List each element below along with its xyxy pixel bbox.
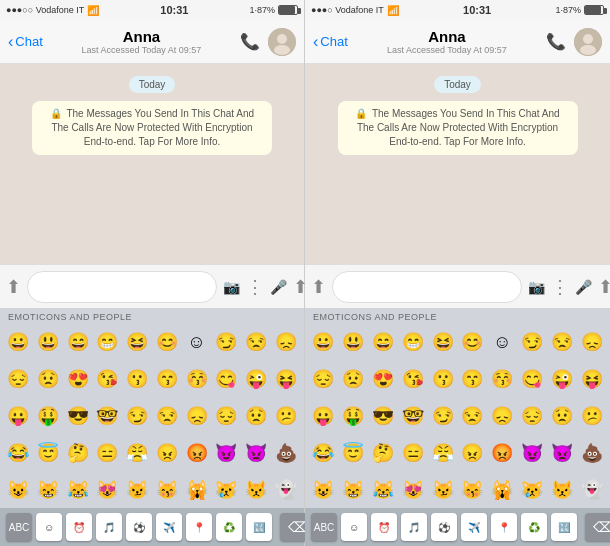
phone-icon-right[interactable]: 📞 — [546, 32, 566, 51]
emoji-right-9[interactable]: 😞 — [577, 324, 606, 360]
kb-clock-right[interactable]: ⏰ — [371, 513, 397, 541]
emoji-left-42[interactable]: 😹 — [63, 472, 92, 508]
emoji-left-27[interactable]: 😔 — [212, 398, 241, 434]
emoji-left-15[interactable]: 😙 — [153, 361, 182, 397]
emoji-right-24[interactable]: 😏 — [428, 398, 457, 434]
emoji-left-3[interactable]: 😁 — [93, 324, 122, 360]
emoji-right-32[interactable]: 🤔 — [369, 435, 398, 471]
emoji-right-31[interactable]: 😇 — [339, 435, 368, 471]
kb-emoji-left[interactable]: ☺ — [36, 513, 62, 541]
message-input-left[interactable] — [27, 271, 217, 303]
emoji-right-37[interactable]: 😈 — [518, 435, 547, 471]
emoji-right-42[interactable]: 😹 — [369, 472, 398, 508]
emoji-left-21[interactable]: 🤑 — [34, 398, 63, 434]
emoji-left-36[interactable]: 😡 — [182, 435, 211, 471]
emoji-left-30[interactable]: 😂 — [4, 435, 33, 471]
emoji-left-33[interactable]: 😑 — [93, 435, 122, 471]
emoji-right-23[interactable]: 🤓 — [398, 398, 427, 434]
emoji-right-20[interactable]: 😛 — [309, 398, 338, 434]
emoji-right-11[interactable]: 😟 — [339, 361, 368, 397]
back-label-right[interactable]: Chat — [320, 34, 347, 49]
emoji-left-1[interactable]: 😃 — [34, 324, 63, 360]
emoji-right-5[interactable]: 😊 — [458, 324, 487, 360]
camera-icon-left[interactable]: 📷 — [223, 279, 240, 295]
mic-icon-left[interactable]: 🎤 — [270, 279, 287, 295]
emoji-right-29[interactable]: 😕 — [577, 398, 606, 434]
emoji-left-13[interactable]: 😘 — [93, 361, 122, 397]
back-button-left[interactable]: ‹ Chat — [8, 33, 43, 51]
emoji-left-4[interactable]: 😆 — [123, 324, 152, 360]
emoji-right-0[interactable]: 😀 — [309, 324, 338, 360]
emoji-left-41[interactable]: 😸 — [34, 472, 63, 508]
emoji-right-46[interactable]: 🙀 — [488, 472, 517, 508]
emoji-left-10[interactable]: 😔 — [4, 361, 33, 397]
emoji-right-41[interactable]: 😸 — [339, 472, 368, 508]
emoji-left-29[interactable]: 😕 — [271, 398, 300, 434]
kb-sport-right[interactable]: ⚽ — [431, 513, 457, 541]
kb-more-left[interactable]: 🔣 — [246, 513, 272, 541]
emoji-left-6[interactable]: ☺️ — [182, 324, 211, 360]
emoji-right-3[interactable]: 😁 — [398, 324, 427, 360]
kb-sport-left[interactable]: ⚽ — [126, 513, 152, 541]
message-input-right[interactable] — [332, 271, 522, 303]
emoji-right-22[interactable]: 😎 — [369, 398, 398, 434]
dots-icon-right[interactable]: ⋮ — [551, 276, 569, 298]
emoji-left-47[interactable]: 😿 — [212, 472, 241, 508]
emoji-right-4[interactable]: 😆 — [428, 324, 457, 360]
emoji-right-19[interactable]: 😝 — [577, 361, 606, 397]
kb-music-right[interactable]: 🎵 — [401, 513, 427, 541]
send-up-icon-right[interactable]: ⬆ — [598, 276, 610, 298]
emoji-right-40[interactable]: 😺 — [309, 472, 338, 508]
emoji-left-11[interactable]: 😟 — [34, 361, 63, 397]
emoji-left-16[interactable]: 😚 — [182, 361, 211, 397]
dots-icon-left[interactable]: ⋮ — [246, 276, 264, 298]
emoji-left-17[interactable]: 😋 — [212, 361, 241, 397]
emoji-right-28[interactable]: 😟 — [547, 398, 576, 434]
emoji-left-9[interactable]: 😞 — [271, 324, 300, 360]
emoji-left-48[interactable]: 😾 — [242, 472, 271, 508]
emoji-left-25[interactable]: 😒 — [153, 398, 182, 434]
phone-icon-left[interactable]: 📞 — [240, 32, 260, 51]
kb-travel-right[interactable]: ✈️ — [461, 513, 487, 541]
emoji-left-24[interactable]: 😏 — [123, 398, 152, 434]
emoji-right-30[interactable]: 😂 — [309, 435, 338, 471]
emoji-left-35[interactable]: 😠 — [153, 435, 182, 471]
emoji-left-12[interactable]: 😍 — [63, 361, 92, 397]
emoji-right-39[interactable]: 💩 — [577, 435, 606, 471]
emoji-right-13[interactable]: 😘 — [398, 361, 427, 397]
kb-symbol-left[interactable]: ♻️ — [216, 513, 242, 541]
emoji-right-6[interactable]: ☺️ — [488, 324, 517, 360]
emoji-left-14[interactable]: 😗 — [123, 361, 152, 397]
emoji-right-25[interactable]: 😒 — [458, 398, 487, 434]
emoji-left-20[interactable]: 😛 — [4, 398, 33, 434]
emoji-left-32[interactable]: 🤔 — [63, 435, 92, 471]
kb-more-right[interactable]: 🔣 — [551, 513, 577, 541]
emoji-right-7[interactable]: 😏 — [518, 324, 547, 360]
emoji-left-5[interactable]: 😊 — [153, 324, 182, 360]
camera-icon-right[interactable]: 📷 — [528, 279, 545, 295]
emoji-right-36[interactable]: 😡 — [488, 435, 517, 471]
emoji-left-49[interactable]: 👻 — [271, 472, 300, 508]
emoji-right-45[interactable]: 😽 — [458, 472, 487, 508]
kb-delete-right[interactable]: ⌫ — [585, 513, 610, 541]
emoji-left-40[interactable]: 😺 — [4, 472, 33, 508]
emoji-right-21[interactable]: 🤑 — [339, 398, 368, 434]
emoji-left-23[interactable]: 🤓 — [93, 398, 122, 434]
emoji-left-28[interactable]: 😟 — [242, 398, 271, 434]
back-label-left[interactable]: Chat — [15, 34, 42, 49]
emoji-right-44[interactable]: 😼 — [428, 472, 457, 508]
emoji-left-44[interactable]: 😼 — [123, 472, 152, 508]
kb-symbol-right[interactable]: ♻️ — [521, 513, 547, 541]
avatar-right[interactable] — [574, 28, 602, 56]
emoji-left-37[interactable]: 😈 — [212, 435, 241, 471]
emoji-right-27[interactable]: 😔 — [518, 398, 547, 434]
back-button-right[interactable]: ‹ Chat — [313, 33, 348, 51]
upload-icon-left[interactable]: ⬆ — [6, 276, 21, 298]
emoji-right-12[interactable]: 😍 — [369, 361, 398, 397]
emoji-left-31[interactable]: 😇 — [34, 435, 63, 471]
emoji-left-46[interactable]: 🙀 — [182, 472, 211, 508]
emoji-right-16[interactable]: 😚 — [488, 361, 517, 397]
emoji-right-14[interactable]: 😗 — [428, 361, 457, 397]
emoji-left-7[interactable]: 😏 — [212, 324, 241, 360]
emoji-right-8[interactable]: 😒 — [547, 324, 576, 360]
